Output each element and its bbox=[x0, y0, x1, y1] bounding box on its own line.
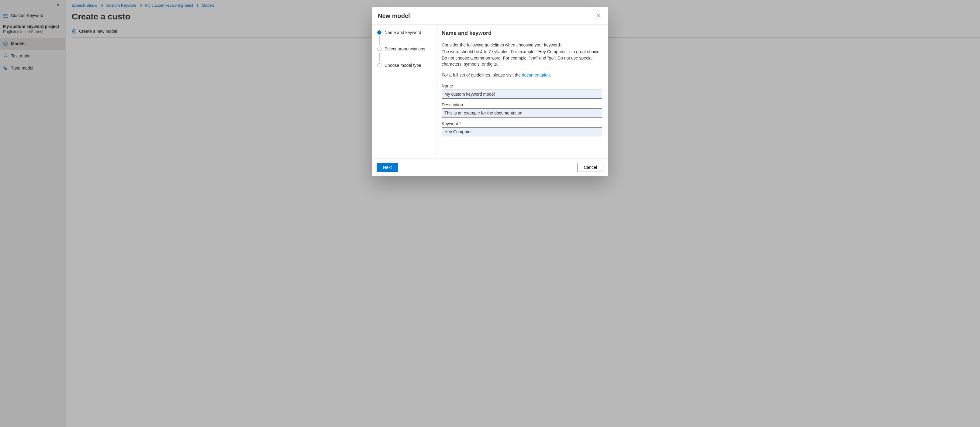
keyword-label-text: Keyword bbox=[442, 121, 458, 126]
name-field-group: Name * bbox=[442, 84, 602, 99]
name-label: Name * bbox=[442, 84, 602, 88]
keyword-field-group: Keyword * bbox=[442, 121, 602, 137]
name-input[interactable] bbox=[442, 90, 602, 99]
step-label: Select pronunciations bbox=[385, 46, 425, 51]
name-label-text: Name bbox=[442, 84, 453, 88]
guidelines-intro: Consider the following guidelines when c… bbox=[442, 42, 602, 48]
doc-prefix: For a full set of guidelines, please vis… bbox=[442, 73, 522, 78]
keyword-label: Keyword * bbox=[442, 121, 602, 126]
description-label: Description bbox=[442, 102, 602, 107]
step-indicator-icon bbox=[377, 30, 382, 35]
step-choose-model-type[interactable]: Choose model type bbox=[377, 63, 431, 68]
cancel-button[interactable]: Cancel bbox=[577, 163, 603, 172]
doc-line: For a full set of guidelines, please vis… bbox=[442, 72, 602, 78]
close-button[interactable] bbox=[595, 12, 602, 19]
description-input[interactable] bbox=[442, 108, 602, 117]
modal-header: New model bbox=[372, 7, 608, 25]
modal-footer: Next Cancel bbox=[372, 158, 608, 176]
description-field-group: Description bbox=[442, 102, 602, 117]
doc-suffix: . bbox=[550, 73, 551, 78]
step-heading: Name and keyword bbox=[442, 30, 602, 37]
modal-title: New model bbox=[378, 13, 410, 19]
modal-overlay: New model Name and keyword Select pronun… bbox=[0, 0, 980, 427]
step-content: Name and keyword Consider the following … bbox=[437, 25, 608, 158]
keyword-input[interactable] bbox=[442, 127, 602, 137]
step-label: Name and keyword bbox=[385, 30, 421, 35]
close-icon bbox=[597, 14, 601, 18]
required-indicator: * bbox=[454, 84, 456, 88]
step-label: Choose model type bbox=[385, 63, 421, 68]
modal-body: Name and keyword Select pronunciations C… bbox=[372, 25, 608, 158]
step-connector bbox=[379, 36, 380, 45]
step-name-and-keyword[interactable]: Name and keyword bbox=[377, 30, 431, 35]
step-indicator-icon bbox=[377, 63, 382, 67]
step-connector bbox=[379, 52, 380, 62]
step-indicator-icon bbox=[377, 47, 382, 51]
required-indicator: * bbox=[459, 121, 461, 126]
new-model-dialog: New model Name and keyword Select pronun… bbox=[372, 7, 608, 176]
guidelines-text: Consider the following guidelines when c… bbox=[442, 42, 602, 67]
guidelines-body: The word should be 4 to 7 syllables. For… bbox=[442, 49, 602, 67]
step-select-pronunciations[interactable]: Select pronunciations bbox=[377, 46, 431, 51]
documentation-link[interactable]: documentation bbox=[522, 73, 550, 78]
next-button[interactable]: Next bbox=[377, 163, 398, 172]
wizard-steps: Name and keyword Select pronunciations C… bbox=[372, 25, 437, 158]
